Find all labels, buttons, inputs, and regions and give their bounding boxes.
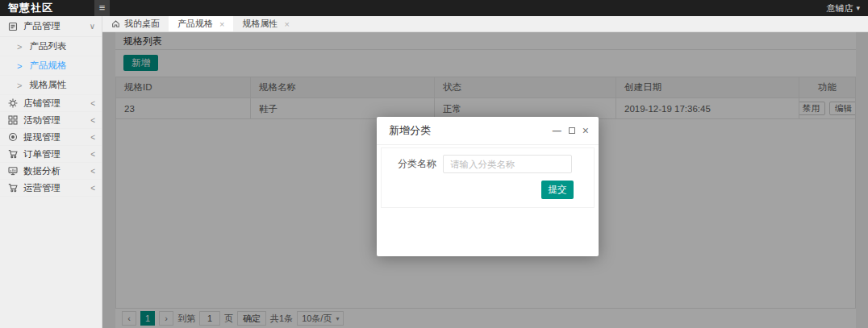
chevron-collapsed-icon: < [90,116,95,125]
sidebar-item-activity-management[interactable]: 活动管理 < [0,112,102,129]
tab-spec-attr[interactable]: 规格属性 × [233,16,298,31]
shop-switcher[interactable]: 意辅店 ▾ [826,2,868,15]
chevron-collapsed-icon: < [90,133,95,142]
brand-logo: 智慧社区 [0,1,94,15]
sidebar-item-shop-management[interactable]: 店铺管理 < [0,95,102,112]
sidebar-item-label: 产品管理 [23,20,61,32]
topbar: 智慧社区 ≡ 意辅店 ▾ [0,0,868,16]
close-icon[interactable]: × [582,126,589,135]
cart-icon [8,149,18,159]
sidebar-item-label: 数据分析 [23,165,61,177]
add-category-modal: 新增分类 — × 分类名称 提交 [377,117,599,256]
sidebar-item-product-management[interactable]: 产品管理 ∨ [0,16,102,37]
submenu-arrow-icon: > [17,81,22,90]
sidebar-item-label: 运营管理 [23,182,61,194]
grid-icon [8,115,18,125]
tab-label: 规格属性 [242,18,278,30]
chevron-expanded-icon: ∨ [90,22,95,31]
sidebar-item-label: 订单管理 [23,148,61,160]
sidebar-item-label: 提现管理 [23,131,61,143]
submit-button[interactable]: 提交 [541,181,574,199]
tab-bar: 我的桌面 产品规格 × 规格属性 × [102,16,868,32]
sidebar-item-withdraw-management[interactable]: 提现管理 < [0,129,102,146]
chevron-collapsed-icon: < [90,184,95,193]
target-icon [8,132,18,142]
sidebar-item-operation-management[interactable]: 运营管理 < [0,180,102,197]
form-icon [8,22,18,31]
shop-name: 意辅店 [826,2,853,15]
chevron-collapsed-icon: < [90,167,95,176]
sidebar-subitem-label: 产品列表 [29,40,66,52]
chevron-collapsed-icon: < [90,150,95,159]
chevron-down-icon: ▾ [856,4,860,12]
modal-form-panel: 分类名称 提交 [381,147,595,208]
tab-home[interactable]: 我的桌面 [102,16,169,31]
hamburger-icon[interactable]: ≡ [94,0,110,16]
sidebar-item-data-analysis[interactable]: 数据分析 < [0,163,102,180]
tab-label: 产品规格 [177,18,213,30]
tab-product-spec[interactable]: 产品规格 × [169,16,233,31]
home-icon [111,19,120,28]
tab-label: 我的桌面 [124,18,160,30]
submenu-arrow-icon: > [17,42,22,52]
truck-cart-icon [8,183,18,193]
modal-title: 新增分类 [389,123,431,138]
close-icon[interactable]: × [284,19,289,29]
sidebar-subitem-product-list[interactable]: > 产品列表 [0,37,102,56]
gear-icon [8,98,18,108]
sidebar-subitem-spec-attr[interactable]: > 规格属性 [0,76,102,95]
app-window: 智慧社区 ≡ 意辅店 ▾ 产品管理 ∨ > 产品列表 > 产品规格 > 规格属性 [0,0,868,328]
category-name-label: 分类名称 [386,157,436,171]
sidebar-item-order-management[interactable]: 订单管理 < [0,146,102,163]
maximize-icon[interactable] [569,127,575,134]
monitor-icon [8,166,18,176]
submenu-arrow-icon: > [17,61,22,71]
sidebar: 产品管理 ∨ > 产品列表 > 产品规格 > 规格属性 店铺管理 < 活动管理 [0,16,102,328]
chevron-collapsed-icon: < [90,99,95,108]
category-name-row: 分类名称 [386,155,594,173]
sidebar-subitem-product-spec[interactable]: > 产品规格 [0,56,102,76]
category-name-input[interactable] [443,155,572,173]
sidebar-subitem-label: 产品规格 [29,60,66,72]
sidebar-item-label: 活动管理 [23,114,61,127]
close-icon[interactable]: × [219,19,224,29]
sidebar-item-label: 店铺管理 [23,98,61,110]
sidebar-subitem-label: 规格属性 [29,79,66,91]
minimize-icon[interactable]: — [553,126,561,135]
modal-window-controls: — × [553,126,589,135]
modal-title-bar: 新增分类 — × [377,117,599,145]
